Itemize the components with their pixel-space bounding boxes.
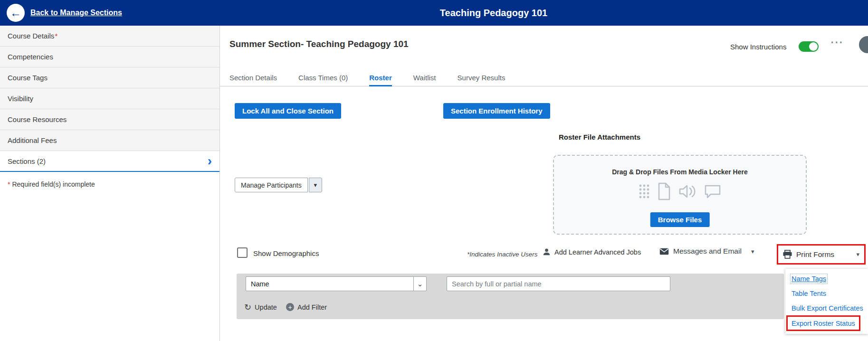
caret-down-icon: ▾ [314, 181, 317, 189]
ellipsis-menu-button[interactable]: ⋯ [830, 34, 844, 50]
menu-item-label: Export Roster Status [792, 320, 855, 327]
manage-participants-split-button: Manage Participants ▾ [235, 178, 322, 192]
sidebar-item-label: Course Details [8, 32, 54, 40]
sidebar-item-label: Course Tags [8, 74, 48, 82]
sidebar-item-course-resources[interactable]: Course Resources [0, 109, 219, 130]
tab-survey-results[interactable]: Survey Results [458, 71, 506, 86]
sidebar-item-label: Course Resources [8, 115, 67, 123]
back-button[interactable]: ← [7, 4, 25, 22]
print-forms-label: Print Forms [796, 250, 834, 259]
caret-glyph: ⌄ [417, 280, 423, 288]
help-widget-partial[interactable] [859, 36, 868, 53]
menu-item-label: Bulk Export Certificates [792, 304, 863, 312]
page-header-title: Teaching Pedagogy 101 [440, 8, 547, 19]
roster-file-attachments-heading: Roster File Attachments [559, 133, 640, 141]
sidebar-item-visibility[interactable]: Visibility [0, 88, 219, 109]
sidebar: Course Details* Competencies Course Tags… [0, 26, 220, 341]
print-forms-button[interactable]: Print Forms ▾ [782, 250, 864, 259]
add-learner-label: Add Learner Advanced Jobs [554, 248, 641, 256]
show-demographics-label: Show Demographics [253, 249, 319, 257]
required-note-asterisk: * [8, 180, 10, 188]
main-panel: Summer Section- Teaching Pedagogy 101 Sh… [220, 26, 868, 341]
tab-bar: Section Details Class Times (0) Roster W… [220, 71, 868, 86]
update-label: Update [255, 303, 277, 311]
print-forms-menu: Name Tags Table Tents Bulk Export Certif… [785, 269, 868, 334]
chevron-right-icon: › [208, 156, 212, 166]
menu-item-label: Name Tags [792, 275, 826, 283]
required-note: *Required field(s) incomplete [8, 180, 212, 188]
required-note-text: Required field(s) incomplete [12, 180, 95, 188]
app-header: ← Back to Manage Sections Teaching Pedag… [0, 0, 868, 26]
browse-files-button[interactable]: Browse Files [650, 212, 710, 227]
sidebar-item-competencies[interactable]: Competencies [0, 47, 219, 67]
menu-item-table-tents[interactable]: Table Tents [785, 286, 868, 301]
filter-bar: Name ⌄ ↻ Update + Add Filter [237, 274, 784, 319]
section-title: Summer Section- Teaching Pedagogy 101 [229, 39, 409, 49]
annotation-rect-print-forms: Print Forms ▾ [777, 244, 866, 265]
caret-down-icon: ▾ [856, 251, 859, 258]
section-enrollment-history-button[interactable]: Section Enrollment History [443, 103, 550, 119]
refresh-icon: ↻ [244, 303, 251, 312]
tab-section-details[interactable]: Section Details [229, 71, 277, 86]
plus-icon: + [286, 303, 294, 311]
printer-icon [782, 250, 792, 259]
toggle-knob [809, 42, 818, 51]
menu-item-name-tags[interactable]: Name Tags [785, 271, 868, 286]
envelope-icon [659, 248, 669, 255]
sidebar-item-course-tags[interactable]: Course Tags [0, 67, 219, 88]
app-root: ← Back to Manage Sections Teaching Pedag… [0, 0, 868, 341]
update-button[interactable]: ↻ Update [244, 303, 277, 312]
manage-participants-label: Manage Participants [241, 181, 302, 189]
required-asterisk: * [55, 32, 57, 40]
show-demographics-checkbox[interactable] [237, 247, 248, 258]
sidebar-item-label: Competencies [8, 53, 53, 61]
tab-roster[interactable]: Roster [369, 71, 392, 86]
sidebar-item-sections[interactable]: Sections (2) › [0, 151, 219, 172]
tab-waitlist[interactable]: Waitlist [413, 71, 436, 86]
audio-icon [678, 184, 696, 201]
sidebar-item-label: Additional Fees [8, 136, 57, 144]
add-learner-icon [542, 247, 551, 256]
inactive-users-note: *Indicates Inactive Users [467, 251, 538, 258]
filter-field-select[interactable]: Name ⌄ [246, 276, 427, 291]
add-learner-advanced-jobs-button[interactable]: Add Learner Advanced Jobs [542, 247, 641, 256]
menu-item-label: Table Tents [792, 290, 826, 297]
show-instructions-toggle[interactable] [799, 41, 819, 52]
sidebar-item-label: Visibility [8, 95, 33, 103]
add-filter-button[interactable]: + Add Filter [286, 303, 327, 311]
back-to-manage-sections-link[interactable]: Back to Manage Sections [30, 9, 122, 17]
tab-class-times[interactable]: Class Times (0) [298, 71, 348, 86]
menu-item-export-roster-status[interactable]: Export Roster Status [788, 317, 859, 330]
show-instructions-label: Show Instructions [730, 43, 786, 51]
add-filter-label: Add Filter [297, 303, 327, 311]
dropzone-icons [554, 182, 806, 202]
manage-participants-button[interactable]: Manage Participants [235, 178, 308, 192]
sidebar-item-course-details[interactable]: Course Details* [0, 26, 219, 47]
search-input[interactable] [447, 276, 670, 291]
lock-all-close-section-button[interactable]: Lock All and Close Section [235, 103, 341, 119]
menu-item-bulk-export-certificates[interactable]: Bulk Export Certificates [785, 301, 868, 315]
sidebar-item-label: Sections (2) [8, 157, 46, 165]
manage-participants-caret-button[interactable]: ▾ [309, 178, 322, 192]
sidebar-item-additional-fees[interactable]: Additional Fees [0, 130, 219, 151]
annotation-rect-export-roster-status: Export Roster Status [786, 315, 860, 331]
dropzone-text: Drag & Drop Files From Media Locker Here [554, 168, 806, 176]
filter-field-value: Name [246, 280, 269, 288]
select-caret-icon: ⌄ [413, 277, 426, 291]
chat-icon [704, 184, 722, 201]
file-icon [657, 182, 671, 202]
messages-and-email-label: Messages and Email [673, 247, 742, 256]
drag-dots-icon [639, 184, 650, 201]
ellipsis-icon: ⋯ [830, 35, 844, 49]
media-dropzone[interactable]: Drag & Drop Files From Media Locker Here [553, 155, 807, 235]
back-arrow-icon: ← [10, 6, 21, 19]
caret-down-icon: ▾ [751, 248, 754, 255]
messages-and-email-button[interactable]: Messages and Email ▾ [659, 247, 754, 256]
